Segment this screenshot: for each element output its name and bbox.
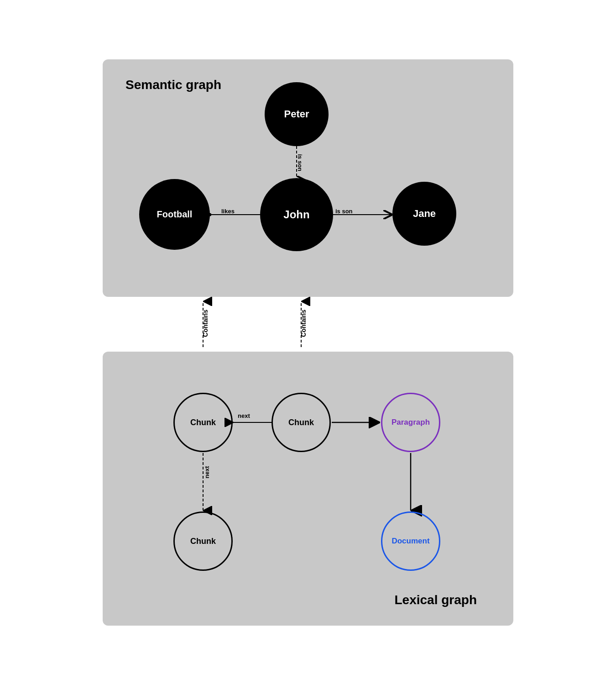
node-football: Football — [139, 179, 210, 250]
edge-label-likes: likes — [221, 208, 235, 215]
lexical-panel: Lexical graph — [103, 352, 513, 626]
node-chunk3: Chunk — [173, 511, 233, 571]
main-container: Semantic graph is son — [103, 59, 513, 626]
between-arrows-svg — [103, 297, 513, 352]
contains-label-right: Contains — [300, 310, 307, 337]
contains-label-left: Contains — [202, 310, 209, 337]
edge-label-next-chunk1-chunk3: next — [204, 466, 210, 479]
edge-label-is-son-peter: is son — [297, 154, 303, 172]
semantic-graph-label: Semantic graph — [125, 78, 221, 92]
lexical-edges-svg — [103, 352, 513, 626]
node-chunk1: Chunk — [173, 393, 233, 452]
edge-label-next-chunk2-chunk1: next — [238, 412, 250, 419]
node-paragraph: Paragraph — [381, 393, 440, 452]
semantic-panel: Semantic graph is son — [103, 59, 513, 297]
node-peter: Peter — [265, 82, 329, 146]
between-panels: Contains Contains — [103, 297, 513, 352]
node-document: Document — [381, 511, 440, 571]
node-jane: Jane — [392, 182, 456, 246]
node-chunk2: Chunk — [271, 393, 331, 452]
lexical-graph-label: Lexical graph — [394, 593, 477, 607]
edge-label-is-son-jane: is son — [335, 208, 353, 215]
node-john: John — [260, 178, 333, 251]
